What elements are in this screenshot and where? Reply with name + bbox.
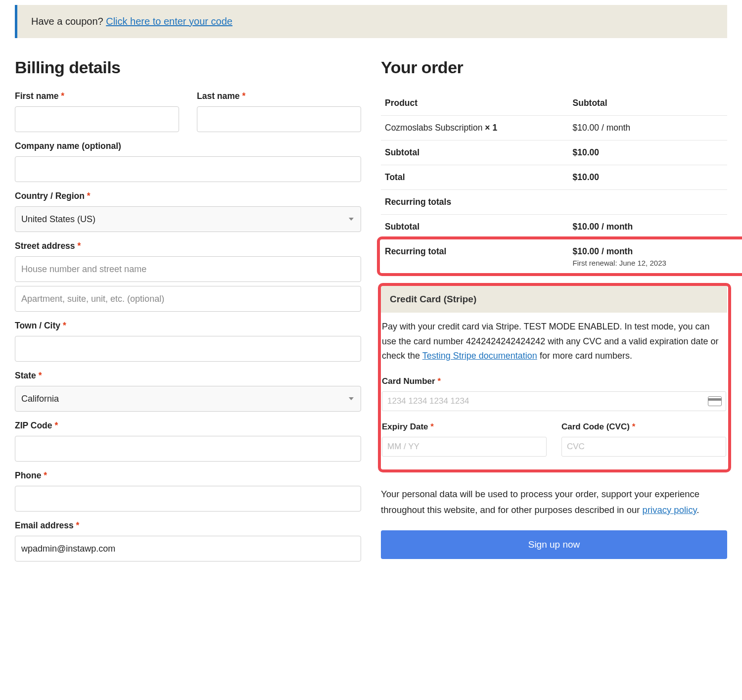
recurring-total-row: Recurring total $10.00 / month First ren…	[381, 239, 727, 275]
subtotal-header: Subtotal	[569, 91, 727, 116]
zip-input[interactable]	[15, 436, 361, 462]
billing-column: Billing details First name * Last name *…	[15, 58, 361, 570]
card-number-label: Card Number *	[382, 374, 726, 388]
first-name-input[interactable]	[15, 106, 179, 132]
state-value: California	[21, 394, 59, 404]
product-price: $10.00 / month	[569, 116, 727, 140]
payment-section: Credit Card (Stripe) Pay with your credi…	[381, 286, 727, 469]
privacy-notice: Your personal data will be used to proce…	[381, 486, 727, 517]
subtotal-row: Subtotal $10.00	[381, 140, 727, 165]
country-label: Country / Region *	[15, 191, 361, 201]
billing-title: Billing details	[15, 58, 361, 77]
street-label: Street address *	[15, 241, 361, 251]
recurring-subtotal-row: Subtotal $10.00 / month	[381, 215, 727, 239]
email-label: Email address *	[15, 520, 361, 531]
street-address-2-input[interactable]	[15, 286, 361, 312]
order-column: Your order Product Subtotal Cozmoslabs S…	[381, 58, 727, 570]
product-qty: × 1	[485, 123, 497, 133]
payment-method-title: Credit Card (Stripe)	[381, 286, 727, 313]
country-value: United States (US)	[21, 214, 95, 225]
order-title: Your order	[381, 58, 727, 77]
privacy-policy-link[interactable]: privacy policy	[643, 505, 697, 515]
coupon-link[interactable]: Click here to enter your code	[106, 16, 232, 27]
state-select[interactable]: California	[15, 386, 361, 412]
company-input[interactable]	[15, 156, 361, 182]
chevron-down-icon	[349, 218, 354, 221]
product-row: Cozmoslabs Subscription × 1 $10.00 / mon…	[381, 116, 727, 140]
city-label: Town / City *	[15, 321, 361, 331]
product-header: Product	[381, 91, 569, 116]
state-label: State *	[15, 371, 361, 381]
total-row: Total $10.00	[381, 165, 727, 190]
city-input[interactable]	[15, 336, 361, 362]
expiry-input[interactable]	[387, 442, 541, 452]
signup-button[interactable]: Sign up now	[381, 530, 727, 559]
first-name-label: First name *	[15, 91, 179, 101]
product-name: Cozmoslabs Subscription	[385, 123, 485, 133]
cvc-input[interactable]	[567, 442, 721, 452]
stripe-docs-link[interactable]: Testing Stripe documentation	[422, 351, 537, 361]
phone-label: Phone *	[15, 470, 361, 481]
street-address-input[interactable]	[15, 256, 361, 282]
cvc-label: Card Code (CVC) *	[561, 420, 726, 434]
recurring-header-row: Recurring totals	[381, 190, 727, 215]
country-select[interactable]: United States (US)	[15, 206, 361, 232]
last-name-input[interactable]	[197, 106, 361, 132]
credit-card-icon	[708, 396, 722, 406]
coupon-prompt: Have a coupon?	[31, 16, 106, 27]
recurring-total-value: $10.00 / month	[573, 246, 633, 256]
chevron-down-icon	[349, 397, 354, 400]
phone-input[interactable]	[15, 486, 361, 512]
coupon-notice: Have a coupon? Click here to enter your …	[15, 5, 727, 38]
zip-label: ZIP Code *	[15, 420, 361, 431]
card-number-input[interactable]	[387, 396, 721, 406]
company-label: Company name (optional)	[15, 141, 361, 151]
email-input[interactable]	[15, 536, 361, 561]
first-renewal-note: First renewal: June 12, 2023	[573, 259, 723, 267]
last-name-label: Last name *	[197, 91, 361, 101]
order-table: Product Subtotal Cozmoslabs Subscription…	[381, 91, 727, 274]
expiry-label: Expiry Date *	[382, 420, 547, 434]
